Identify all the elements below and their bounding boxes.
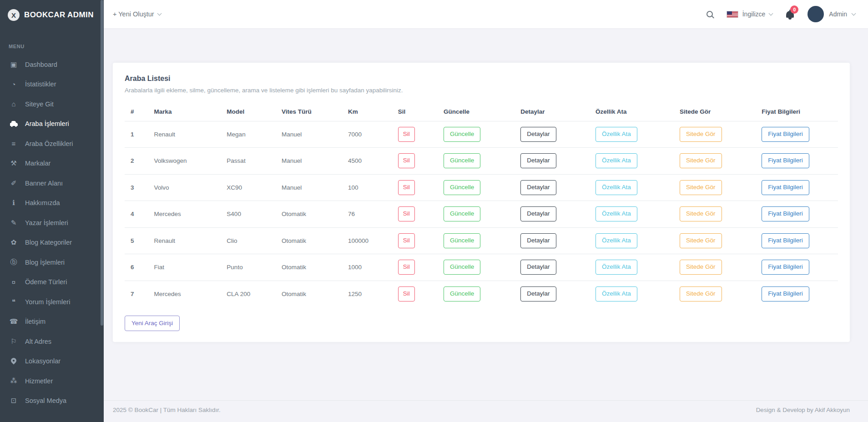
delete-button[interactable]: Sil — [398, 206, 415, 221]
details-button[interactable]: Detaylar — [520, 206, 556, 221]
sidebar-item-yazar-islemleri[interactable]: ✎Yazar İşlemleri — [0, 213, 104, 233]
details-button[interactable]: Detaylar — [520, 233, 556, 248]
page-title: Araba Listesi — [125, 75, 838, 83]
action-cell: Sil — [394, 174, 440, 201]
row-number: 2 — [125, 148, 150, 175]
price-info-button[interactable]: Fiyat Bilgileri — [762, 180, 809, 195]
update-button[interactable]: Güncelle — [444, 127, 480, 142]
notification-badge: 0 — [790, 5, 798, 14]
assign-feature-button[interactable]: Özellik Ata — [595, 153, 637, 168]
sidebar-item-banner-alani[interactable]: ✐Banner Alanı — [0, 173, 104, 193]
update-button[interactable]: Güncelle — [444, 233, 480, 248]
copyright-text: 2025 © BookCar | Tüm Hakları Saklıdır. — [113, 407, 221, 422]
row-number: 4 — [125, 201, 150, 228]
sidebar-item-siteye-git[interactable]: ⌂Siteye Git — [0, 94, 104, 114]
assign-feature-button[interactable]: Özellik Ata — [595, 260, 637, 275]
update-button[interactable]: Güncelle — [444, 180, 480, 195]
delete-button[interactable]: Sil — [398, 286, 415, 301]
banknote-icon: ¤ — [9, 278, 18, 286]
cell-vites: Otomatik — [278, 281, 344, 307]
sidebar-nav: ▣Dashboard◔İstatistikler⌂Siteye GitAraba… — [0, 55, 104, 411]
sidebar-item-araba-ozellikleri[interactable]: ≡Araba Özellikleri — [0, 134, 104, 154]
action-cell: Özellik Ata — [592, 281, 676, 307]
cell-vites: Otomatik — [278, 227, 344, 254]
sidebar-item-hizmetler[interactable]: ⁂Hizmetler — [0, 371, 104, 391]
sidebar-item-iletisim[interactable]: ☎İletişim — [0, 312, 104, 332]
sidebar-item-label: İletişim — [25, 318, 45, 325]
assign-feature-button[interactable]: Özellik Ata — [595, 233, 637, 248]
cell-model: Clio — [223, 227, 278, 254]
sidebar-item-blog-kategoriler[interactable]: ✿Blog Kategoriler — [0, 233, 104, 253]
sidebar-item-araba-islemleri[interactable]: Araba İşlemleri — [0, 114, 104, 134]
logo-icon: X — [8, 9, 20, 21]
price-info-button[interactable]: Fiyat Bilgileri — [762, 153, 809, 168]
assign-feature-button[interactable]: Özellik Ata — [595, 180, 637, 195]
action-cell: Detaylar — [517, 174, 592, 201]
table-row: 3VolvoXC90Manuel100SilGüncelleDetaylarÖz… — [125, 174, 838, 201]
assign-feature-button[interactable]: Özellik Ata — [595, 286, 637, 301]
chevron-down-icon — [157, 11, 161, 15]
brush-icon: ✐ — [9, 179, 18, 187]
sidebar-item-alt-adres[interactable]: ⚐Alt Adres — [0, 332, 104, 352]
sidebar-item-hakkimizda[interactable]: ℹHakkımızda — [0, 193, 104, 213]
update-button[interactable]: Güncelle — [444, 153, 480, 168]
sidebar-item-lokasyonlar[interactable]: Lokasyonlar — [0, 352, 104, 372]
cars-table: #MarkaModelVites TürüKmSilGüncelleDetayl… — [125, 103, 838, 307]
update-button[interactable]: Güncelle — [444, 206, 480, 221]
view-on-site-button[interactable]: Sitede Gör — [680, 153, 722, 168]
delete-button[interactable]: Sil — [398, 180, 415, 195]
price-info-button[interactable]: Fiyat Bilgileri — [762, 206, 809, 221]
sidebar-item-label: Hizmetler — [25, 377, 53, 385]
search-icon[interactable] — [707, 11, 713, 17]
view-on-site-button[interactable]: Sitede Gör — [680, 206, 722, 221]
view-on-site-button[interactable]: Sitede Gör — [680, 233, 722, 248]
briefcase-icon: ⚒ — [9, 159, 18, 167]
details-button[interactable]: Detaylar — [520, 260, 556, 275]
action-cell: Sitede Gör — [676, 254, 758, 281]
comment-icon: ❝ — [9, 298, 18, 306]
delete-button[interactable]: Sil — [398, 153, 415, 168]
create-new-button[interactable]: + Yeni Oluştur — [113, 10, 161, 18]
sidebar-scrollbar[interactable] — [101, 0, 103, 326]
new-car-entry-button[interactable]: Yeni Araç Girişi — [125, 316, 180, 332]
sidebar-item-odeme-turleri[interactable]: ¤Ödeme Türleri — [0, 272, 104, 292]
delete-button[interactable]: Sil — [398, 233, 415, 248]
brand-logo[interactable]: X BOOKCAR ADMIN — [0, 0, 104, 30]
column-header: Güncelle — [440, 103, 517, 121]
sidebar-item-istatistikler[interactable]: ◔İstatistikler — [0, 75, 104, 95]
info-icon: ℹ — [9, 199, 18, 207]
view-on-site-button[interactable]: Sitede Gör — [680, 260, 722, 275]
cell-marka: Volkswogen — [150, 148, 223, 175]
avatar — [807, 6, 824, 22]
details-button[interactable]: Detaylar — [520, 286, 556, 301]
delete-button[interactable]: Sil — [398, 260, 415, 275]
delete-button[interactable]: Sil — [398, 127, 415, 142]
price-info-button[interactable]: Fiyat Bilgileri — [762, 260, 809, 275]
update-button[interactable]: Güncelle — [444, 286, 480, 301]
details-button[interactable]: Detaylar — [520, 153, 556, 168]
table-row: 7MercedesCLA 200Otomatik1250SilGüncelleD… — [125, 281, 838, 307]
sidebar-item-markalar[interactable]: ⚒Markalar — [0, 154, 104, 174]
assign-feature-button[interactable]: Özellik Ata — [595, 206, 637, 221]
sidebar-item-yorum-islemleri[interactable]: ❝Yorum İşlemleri — [0, 292, 104, 312]
view-on-site-button[interactable]: Sitede Gör — [680, 127, 722, 142]
sidebar-item-dashboard[interactable]: ▣Dashboard — [0, 55, 104, 75]
notifications-button[interactable]: 0 — [786, 11, 794, 20]
sidebar-item-sosyal-medya[interactable]: ⊡Sosyal Medya — [0, 391, 104, 411]
action-cell: Güncelle — [440, 281, 517, 307]
view-on-site-button[interactable]: Sitede Gör — [680, 286, 722, 301]
price-info-button[interactable]: Fiyat Bilgileri — [762, 286, 809, 301]
language-selector[interactable]: İngilizce — [727, 10, 773, 18]
sidebar-item-label: Araba İşlemleri — [25, 120, 69, 127]
update-button[interactable]: Güncelle — [444, 260, 480, 275]
price-info-button[interactable]: Fiyat Bilgileri — [762, 233, 809, 248]
assign-feature-button[interactable]: Özellik Ata — [595, 127, 637, 142]
price-info-button[interactable]: Fiyat Bilgileri — [762, 127, 809, 142]
user-menu[interactable]: Admin — [807, 6, 855, 22]
sidebar-item-blog-islemleri[interactable]: ⓑBlog İşlemleri — [0, 252, 104, 272]
view-on-site-button[interactable]: Sitede Gör — [680, 180, 722, 195]
details-button[interactable]: Detaylar — [520, 127, 556, 142]
action-cell: Özellik Ata — [592, 227, 676, 254]
details-button[interactable]: Detaylar — [520, 180, 556, 195]
table-row: 6FiatPuntoOtomatik1000SilGüncelleDetayla… — [125, 254, 838, 281]
